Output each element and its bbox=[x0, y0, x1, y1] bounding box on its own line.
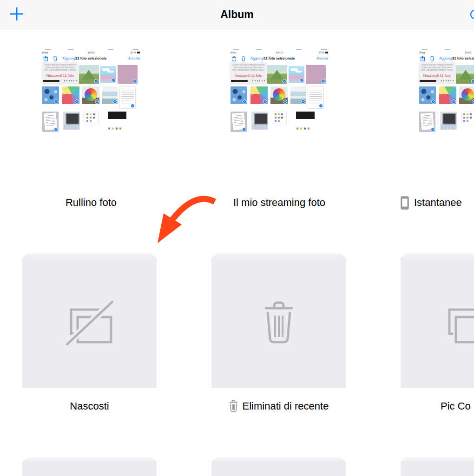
album-label-nascosti[interactable]: Nascosti bbox=[22, 399, 157, 414]
selected-check-icon bbox=[75, 99, 79, 104]
mini-popover: Queste foto non saranno presenti nelle v… bbox=[42, 62, 79, 84]
mini-cancel-button: Annulla bbox=[128, 56, 140, 60]
photos-stack-icon bbox=[440, 298, 474, 347]
selected-check-icon bbox=[95, 99, 99, 104]
album-cover-screenshot: iPad 14:03 97% Aggiungi 11 foto selezion… bbox=[417, 47, 474, 187]
status-dash bbox=[445, 49, 450, 50]
selected-check-icon bbox=[283, 99, 287, 104]
album-label-rullino-foto[interactable]: Rullino foto bbox=[40, 196, 142, 210]
photo-tile-beach bbox=[290, 86, 306, 104]
mini-popover: Queste foto non saranno presenti nelle v… bbox=[419, 62, 455, 84]
photo-tile-laptop bbox=[440, 112, 457, 130]
photo-tile-umbrella bbox=[82, 86, 99, 104]
mini-battery: 97% bbox=[131, 51, 136, 54]
mini-filmstrip bbox=[420, 80, 436, 82]
photo-tile-video bbox=[296, 112, 315, 126]
mini-popover-message: Queste foto non saranno presenti nelle v… bbox=[44, 64, 77, 72]
photo-tile-fish bbox=[230, 86, 247, 104]
mini-filmstrip bbox=[231, 80, 248, 82]
album-placeholder-partial[interactable] bbox=[401, 457, 474, 476]
mini-battery: 97% bbox=[319, 51, 324, 54]
album-placeholder-partial[interactable] bbox=[22, 457, 157, 476]
mini-dots bbox=[441, 80, 454, 81]
selected-check-icon bbox=[300, 78, 304, 82]
photo-tile-app-icons bbox=[273, 112, 287, 124]
photo-tile-laptop bbox=[251, 112, 268, 130]
mini-selection-count: 11 foto selezionate bbox=[417, 56, 474, 60]
photo-tile-document bbox=[419, 112, 435, 132]
status-dash bbox=[45, 49, 51, 50]
selected-check-icon bbox=[113, 99, 117, 104]
photo-tile-document bbox=[42, 112, 59, 132]
selected-check-icon bbox=[283, 79, 287, 83]
status-dash bbox=[108, 49, 113, 50]
photo-tile-pink bbox=[118, 65, 138, 84]
status-dash bbox=[133, 49, 138, 50]
album-label-pic-co[interactable]: Pic Co bbox=[441, 399, 471, 414]
album-label-istantanee[interactable]: Istantanee bbox=[401, 196, 462, 210]
selected-check-icon bbox=[321, 79, 325, 83]
album-il-mio-streaming-foto[interactable]: iPad 14:03 97% Aggiungi 11 foto selezion… bbox=[228, 47, 330, 187]
photo-tile-laptop bbox=[63, 112, 80, 130]
mini-clock: 14:03 bbox=[42, 51, 140, 54]
album-label-text: Eliminati di recente bbox=[243, 399, 329, 414]
photo-tile-pink bbox=[306, 65, 326, 84]
status-dash bbox=[296, 49, 302, 50]
photo-tile-mountain bbox=[456, 65, 474, 84]
photo-tile-mountain bbox=[267, 65, 287, 84]
search-icon[interactable] bbox=[469, 8, 474, 21]
selected-check-icon bbox=[431, 127, 435, 132]
mini-filmstrip bbox=[43, 80, 59, 82]
photo-tile-text-page bbox=[119, 86, 136, 109]
album-rullino-foto[interactable]: iPad 14:03 97% Aggiungi 11 foto selezion… bbox=[40, 47, 142, 187]
mini-toolbar: Aggiungi 11 foto selezionate Annulla bbox=[228, 55, 330, 62]
mini-hide-action: Nascondi 11 foto bbox=[230, 73, 267, 78]
album-pic-co[interactable] bbox=[401, 253, 474, 388]
selected-check-icon bbox=[301, 99, 305, 104]
photo-tile-triangles bbox=[62, 86, 79, 104]
photo-tile-video bbox=[108, 112, 126, 126]
mini-hide-action: Nascondi 11 foto bbox=[419, 73, 455, 78]
album-eliminati-di-recente[interactable] bbox=[211, 253, 346, 388]
page-title: Album bbox=[0, 0, 474, 30]
photo-tile-fish bbox=[419, 86, 436, 104]
mini-status-bar: iPad 14:03 97% bbox=[42, 51, 140, 55]
selected-check-icon bbox=[133, 79, 137, 83]
status-dash bbox=[422, 49, 428, 50]
album-label-eliminati[interactable]: Eliminati di recente bbox=[211, 399, 346, 414]
status-dash bbox=[256, 49, 262, 50]
selected-check-icon bbox=[54, 99, 59, 104]
selected-check-icon bbox=[471, 79, 474, 83]
selected-check-icon bbox=[243, 99, 247, 104]
album-label-streaming-foto[interactable]: Il mio streaming foto bbox=[228, 196, 330, 210]
status-dash bbox=[321, 49, 327, 50]
photo-tile-fish bbox=[42, 86, 59, 104]
photo-tile-document bbox=[230, 112, 247, 132]
trash-icon bbox=[229, 400, 238, 412]
album-istantanee[interactable]: iPad 14:03 97% Aggiungi 11 foto selezion… bbox=[417, 47, 474, 187]
trash-icon bbox=[261, 301, 296, 344]
selected-check-icon bbox=[263, 99, 267, 104]
album-cover-screenshot: iPad 14:03 97% Aggiungi 11 foto selezion… bbox=[40, 47, 142, 187]
selected-check-icon bbox=[131, 104, 135, 108]
mini-dots bbox=[252, 80, 266, 81]
selected-check-icon bbox=[54, 127, 58, 132]
navigation-bar: Album bbox=[0, 0, 474, 30]
mini-status-bar: iPad 14:03 97% bbox=[419, 51, 474, 55]
selected-check-icon bbox=[452, 99, 456, 104]
photo-tile-mountain bbox=[79, 65, 99, 84]
photo-tile-app-icons bbox=[85, 112, 99, 124]
album-placeholder-partial[interactable] bbox=[211, 457, 346, 476]
status-dash bbox=[68, 49, 73, 50]
photo-tile-app-icons bbox=[461, 112, 474, 124]
album-nascosti[interactable] bbox=[22, 253, 157, 388]
photo-tile-umbrella bbox=[270, 86, 288, 104]
photo-tile-dots bbox=[108, 127, 126, 130]
mini-clock: 14:03 bbox=[230, 51, 328, 54]
photo-tile-beach bbox=[102, 86, 118, 104]
mini-popover-message: Queste foto non saranno presenti nelle v… bbox=[421, 64, 454, 72]
phone-icon bbox=[401, 196, 409, 210]
photo-tile-text-page bbox=[308, 86, 324, 109]
photo-tile-triangles bbox=[439, 86, 456, 104]
selected-check-icon bbox=[94, 79, 99, 83]
